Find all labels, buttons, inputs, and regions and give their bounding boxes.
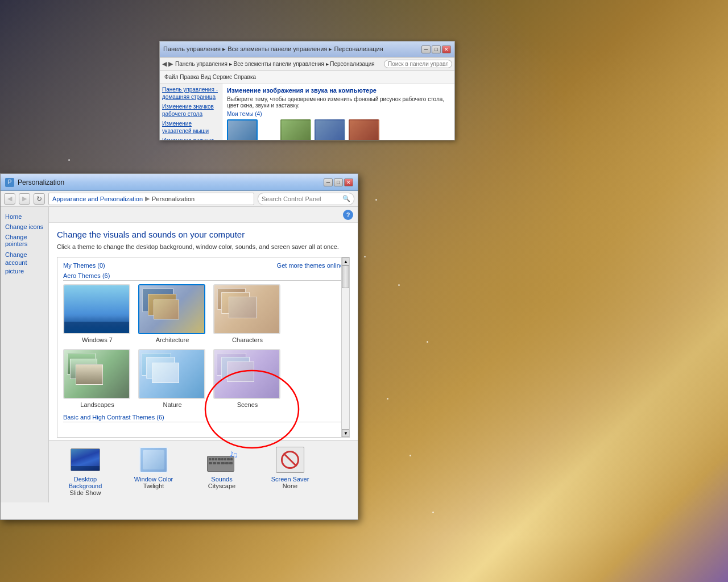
theme-landscapes[interactable]: Landscapes	[63, 349, 131, 408]
main-sidebar: Home Change icons Change pointers Change…	[1, 207, 49, 502]
russian-minimize-btn[interactable]: ─	[421, 45, 431, 53]
scroll-down-btn[interactable]: ▼	[342, 429, 350, 437]
theme-thumb-landscapes	[63, 349, 130, 399]
theme-characters[interactable]: Characters	[213, 284, 282, 343]
sidebar-item-account[interactable]: Change account picture	[4, 249, 45, 277]
main-minimize-btn[interactable]: ─	[324, 178, 333, 186]
russian-theme-3[interactable]: Бразилия	[315, 119, 345, 140]
sparkle-dot	[427, 341, 428, 343]
bottom-desktop-bg[interactable]: Desktop Background Slide Show	[57, 445, 114, 496]
russian-sidebar-link4[interactable]: Изменение рисунка учетной записи	[162, 137, 220, 140]
russian-search-input[interactable]	[384, 60, 452, 68]
page-title: Change the visuals and sounds on your co…	[57, 230, 350, 239]
theme-nature[interactable]: Nature	[138, 349, 206, 408]
themes-row-1: Windows 7 Architecture	[63, 284, 344, 343]
no-symbol	[281, 451, 299, 469]
window-color-label: Window Color	[125, 476, 182, 483]
back-button[interactable]: ◀	[4, 193, 15, 205]
russian-section-label: Мои темы (4)	[227, 111, 450, 117]
screen-saver-icon	[276, 447, 304, 473]
sidebar-item-icons[interactable]: Change icons	[4, 222, 45, 232]
music-note-2: ♫	[232, 450, 238, 459]
russian-sidebar-link1[interactable]: Панель управления - домашняя страница	[162, 86, 220, 101]
sparkle-dot	[387, 398, 388, 400]
breadcrumb-part1[interactable]: Appearance and Personalization	[52, 196, 143, 202]
russian-nav-arrows: ◀ ▶	[162, 60, 173, 68]
theme-label-scenes: Scenes	[213, 401, 282, 408]
russian-theme-4[interactable]: Темы в стиле	[349, 119, 380, 140]
russian-heading: Изменение изображения и звука на компьют…	[227, 87, 450, 94]
scroll-up-btn[interactable]: ▲	[342, 257, 350, 265]
russian-theme-1[interactable]: Несохраненная тема	[227, 119, 277, 140]
theme-scenes[interactable]: Scenes	[213, 349, 282, 408]
main-close-btn[interactable]: ✕	[344, 178, 353, 186]
scroll-track	[342, 265, 349, 429]
aero-themes-label: Aero Themes (6)	[63, 272, 344, 281]
theme-label-characters: Characters	[213, 336, 282, 343]
russian-theme-thumb-1	[227, 119, 258, 140]
sidebar-item-home[interactable]: Home	[4, 211, 45, 222]
help-button[interactable]: ?	[343, 210, 353, 220]
search-icon: 🔍	[342, 195, 350, 202]
forward-button[interactable]: ▶	[19, 193, 30, 205]
sparkle-dot	[375, 199, 377, 201]
russian-close-btn[interactable]: ✕	[442, 45, 451, 53]
bottom-sounds[interactable]: ♪ ♫ Sounds Cityscape	[193, 445, 250, 489]
russian-maximize-btn[interactable]: □	[432, 45, 441, 53]
theme-architecture[interactable]: Architecture	[138, 284, 206, 343]
russian-theme-thumb-3	[315, 119, 345, 140]
main-body: Home Change icons Change pointers Change…	[1, 207, 358, 502]
scroll-thumb[interactable]	[342, 265, 349, 288]
theme-windows7[interactable]: Windows 7	[63, 284, 131, 343]
sparkle-dot	[364, 256, 366, 257]
theme-label-nature: Nature	[138, 401, 206, 408]
russian-sidebar: Панель управления - домашняя страница Из…	[160, 84, 222, 140]
russian-description: Выберите тему, чтобы одновременно измени…	[227, 96, 450, 109]
sounds-icon: ♪ ♫	[207, 448, 237, 472]
window-color-icon-area	[138, 445, 169, 475]
refresh-button[interactable]: ↻	[34, 193, 45, 205]
sounds-icon-area: ♪ ♫	[206, 445, 238, 475]
sparkle-dot	[432, 512, 434, 513]
main-nav-bar: ◀ ▶ ↻ Appearance and Personalization ▶ P…	[1, 191, 358, 207]
page-description: Click a theme to change the desktop back…	[57, 243, 350, 251]
theme-label-architecture: Architecture	[138, 336, 206, 343]
sounds-sublabel: Cityscape	[193, 483, 250, 489]
screen-saver-sublabel: None	[262, 483, 318, 489]
russian-toolbar: Файл Правка Вид Сервис Справка	[160, 71, 454, 84]
search-bar: 🔍	[258, 193, 354, 205]
russian-title-text: Панель управления ▸ Все элементы панели …	[163, 45, 421, 53]
theme-label-landscapes: Landscapes	[63, 401, 131, 408]
russian-content: Панель управления - домашняя страница Из…	[160, 84, 454, 140]
my-themes-label: My Themes (0) Get more themes online	[63, 262, 344, 269]
desktop-bg-icon	[71, 448, 100, 471]
sidebar-item-pointers[interactable]: Change pointers	[4, 232, 45, 249]
russian-window: Панель управления ▸ Все элементы панели …	[159, 41, 455, 140]
russian-theme-thumb-2	[280, 119, 311, 140]
bottom-window-color[interactable]: Window Color Twilight	[125, 445, 182, 489]
themes-scroll-inner: My Themes (0) Get more themes online Aer…	[57, 257, 349, 437]
main-maximize-btn[interactable]: □	[334, 178, 343, 186]
theme-label-win7: Windows 7	[63, 336, 131, 343]
bottom-bar: Desktop Background Slide Show Window Col…	[49, 440, 358, 502]
russian-theme-2[interactable]: 111	[280, 119, 311, 140]
theme-thumb-architecture	[138, 284, 205, 334]
bottom-screen-saver[interactable]: Screen Saver None	[262, 445, 318, 489]
russian-title-bar: Панель управления ▸ Все элементы панели …	[160, 41, 454, 57]
breadcrumb-separator: ▶	[145, 195, 150, 202]
get-more-link[interactable]: Get more themes online	[277, 262, 344, 269]
search-input[interactable]	[262, 196, 342, 202]
main-window: P Personalization ─ □ ✕ ◀ ▶ ↻ Appearance…	[0, 173, 358, 520]
russian-sidebar-link2[interactable]: Изменение значков рабочего стола	[162, 103, 220, 118]
breadcrumb-bar: Appearance and Personalization ▶ Persona…	[48, 193, 254, 205]
russian-win-buttons: ─ □ ✕	[421, 45, 451, 53]
russian-breadcrumb: Панель управления ▸ Все элементы панели …	[175, 61, 382, 67]
screen-saver-label: Screen Saver	[262, 476, 318, 483]
theme-thumb-characters	[213, 284, 280, 334]
main-title-text: Personalization	[18, 178, 324, 186]
russian-sidebar-link3[interactable]: Изменение указателей мыши	[162, 120, 220, 135]
window-icon: P	[5, 178, 14, 187]
sparkle-dot	[68, 159, 70, 161]
theme-thumb-nature	[138, 349, 205, 399]
sounds-label: Sounds	[193, 476, 250, 483]
